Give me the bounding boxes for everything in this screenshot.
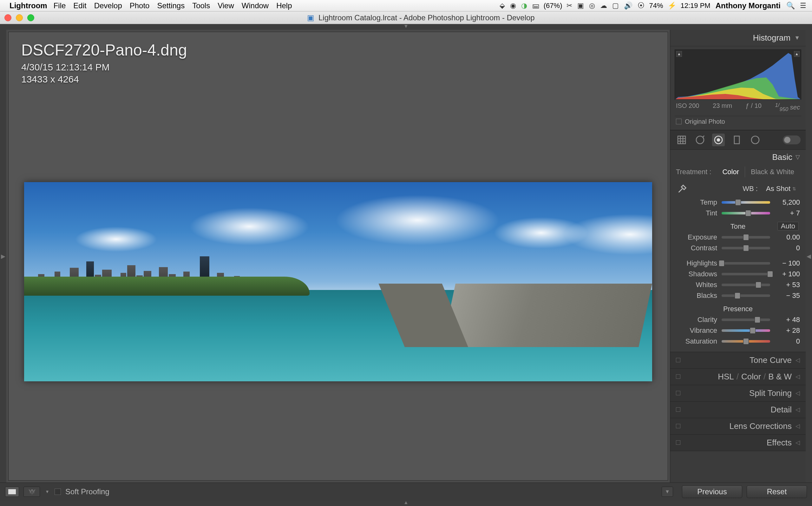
displays-icon[interactable]: ▣	[577, 2, 584, 10]
notification-center-icon[interactable]: ☰	[800, 2, 806, 10]
right-panel-toggle[interactable]: ◀	[806, 30, 812, 483]
histogram-header[interactable]: Histogram ▼	[670, 30, 806, 46]
split-toning-panel-header[interactable]: Split Toning ◁	[670, 385, 806, 402]
clock-text: 12:19 PM	[681, 2, 711, 10]
temp-slider[interactable]: Temp 5,200	[670, 197, 806, 208]
menu-develop[interactable]: Develop	[94, 1, 122, 10]
svg-point-5	[751, 136, 759, 144]
toolbar-options-dropdown[interactable]: ▼	[662, 487, 673, 497]
chevron-down-icon: ▼	[794, 34, 800, 41]
spot-removal-tool[interactable]	[694, 134, 706, 146]
aperture-value: ƒ / 10	[746, 102, 761, 113]
top-panel-toggle[interactable]: ▼	[0, 24, 812, 30]
original-photo-toggle[interactable]: Original Photo	[674, 116, 801, 129]
develop-bottom-toolbar: Y|Y ▾ Soft Proofing ▼ Previous Reset	[0, 483, 812, 500]
image-canvas[interactable]: DSCF2720-Pano-4.dng 4/30/15 12:13:14 PM …	[8, 32, 668, 481]
panel-toggle-icon	[676, 374, 681, 379]
radial-filter-tool[interactable]	[749, 134, 761, 146]
app-body: ▼ ▶ DSCF2720-Pano-4.dng 4/30/15 12:13:14…	[0, 24, 812, 506]
app-menu[interactable]: Lightroom	[9, 1, 47, 10]
volume-icon[interactable]: 🔊	[624, 2, 632, 10]
treatment-bw[interactable]: Black & White	[745, 167, 800, 177]
document-icon: ▣	[307, 13, 314, 22]
airplay-icon[interactable]: ▢	[612, 2, 619, 10]
redeye-tool[interactable]	[712, 134, 725, 146]
reset-button[interactable]: Reset	[747, 485, 807, 498]
clarity-slider[interactable]: Clarity + 48	[670, 314, 806, 325]
window-maximize-button[interactable]	[27, 14, 34, 21]
vibrance-slider[interactable]: Vibrance + 28	[670, 325, 806, 336]
presence-group-header: Presence	[670, 301, 806, 314]
detail-panel-header[interactable]: Detail ◁	[670, 402, 806, 418]
panel-switch-toggle[interactable]	[783, 136, 801, 144]
graduated-filter-tool[interactable]	[730, 134, 743, 146]
printer-icon[interactable]: 🖴	[532, 2, 539, 10]
battery2-text: 74%	[649, 2, 663, 10]
iso-value: ISO 200	[676, 102, 699, 113]
dropbox-icon[interactable]: ⬙	[500, 2, 505, 10]
disc-icon[interactable]: ◎	[589, 2, 595, 10]
window-title: ▣ Lightroom Catalog.lrcat - Adobe Photos…	[34, 13, 808, 22]
effects-panel-header[interactable]: Effects ◁	[670, 435, 806, 451]
menu-view[interactable]: View	[217, 1, 234, 10]
previous-button[interactable]: Previous	[682, 485, 742, 498]
menu-photo[interactable]: Photo	[130, 1, 150, 10]
eyedropper-tool[interactable]	[676, 182, 689, 195]
chevron-down-icon: ▽	[796, 154, 800, 161]
histogram-graph[interactable]: ▲ ▲	[674, 50, 801, 100]
blacks-slider[interactable]: Blacks − 35	[670, 290, 806, 301]
panel-toggle-icon	[676, 391, 681, 395]
left-panel-toggle[interactable]: ▶	[0, 30, 6, 483]
window-titlebar: ▣ Lightroom Catalog.lrcat - Adobe Photos…	[0, 11, 812, 24]
before-after-menu[interactable]: ▾	[44, 487, 50, 497]
highlights-slider[interactable]: Highlights − 100	[670, 258, 806, 269]
treatment-label: Treatment :	[676, 168, 711, 176]
graph-icon[interactable]: ✂	[566, 2, 572, 10]
exposure-slider[interactable]: Exposure 0.00	[670, 232, 806, 243]
tint-slider[interactable]: Tint + 7	[670, 208, 806, 219]
contrast-slider[interactable]: Contrast 0	[670, 243, 806, 253]
menu-tools[interactable]: Tools	[192, 1, 210, 10]
hsl-panel-header[interactable]: HSL / Color / B & W ◁	[670, 369, 806, 385]
white-balance-row: WB : As Shot ⇅	[670, 179, 806, 197]
treatment-color[interactable]: Color	[717, 167, 745, 177]
window-minimize-button[interactable]	[16, 14, 23, 21]
crop-tool[interactable]	[675, 134, 688, 146]
basic-panel: Basic ▽ Treatment : Color Black & White …	[670, 150, 806, 352]
before-after-button[interactable]: Y|Y	[23, 487, 40, 497]
menu-file[interactable]: File	[54, 1, 66, 10]
battery-icon[interactable]: ⚡	[668, 2, 676, 10]
window-controls	[4, 14, 34, 21]
status-green-icon[interactable]: ◑	[521, 2, 527, 10]
checkbox-icon	[676, 119, 682, 124]
menu-window[interactable]: Window	[242, 1, 269, 10]
panel-toggle-icon	[676, 440, 681, 445]
wb-dropdown[interactable]: As Shot ⇅	[762, 184, 800, 193]
saturation-slider[interactable]: Saturation 0	[670, 336, 806, 347]
auto-tone-button[interactable]: Auto	[778, 222, 799, 231]
tone-group-header: Tone Auto	[670, 219, 806, 232]
window-close-button[interactable]	[4, 14, 11, 21]
wifi-icon[interactable]: ⦿	[638, 2, 644, 10]
svg-rect-4	[734, 136, 739, 144]
whites-slider[interactable]: Whites + 53	[670, 279, 806, 290]
basic-header[interactable]: Basic ▽	[670, 150, 806, 165]
menu-help[interactable]: Help	[276, 1, 292, 10]
menu-edit[interactable]: Edit	[73, 1, 86, 10]
shutter-value: 1/950 sec	[775, 102, 800, 113]
user-name[interactable]: Anthony Morganti	[716, 1, 781, 10]
loupe-view-button[interactable]	[5, 487, 19, 497]
chevron-left-icon: ◁	[796, 357, 800, 363]
chevron-left-icon: ◁	[796, 406, 800, 413]
menu-settings[interactable]: Settings	[157, 1, 185, 10]
filmstrip-toggle[interactable]: ▲	[0, 500, 812, 506]
svg-point-3	[717, 139, 720, 141]
lens-corrections-panel-header[interactable]: Lens Corrections ◁	[670, 418, 806, 435]
cloud-icon[interactable]: ☁	[600, 2, 607, 10]
spotlight-icon[interactable]: 🔍	[786, 2, 795, 10]
tone-curve-panel-header[interactable]: Tone Curve ◁	[670, 352, 806, 369]
soft-proofing-checkbox[interactable]	[55, 489, 61, 495]
creative-cloud-icon[interactable]: ◉	[510, 2, 516, 10]
image-dimensions: 13433 x 4264	[21, 74, 187, 85]
shadows-slider[interactable]: Shadows + 100	[670, 269, 806, 279]
